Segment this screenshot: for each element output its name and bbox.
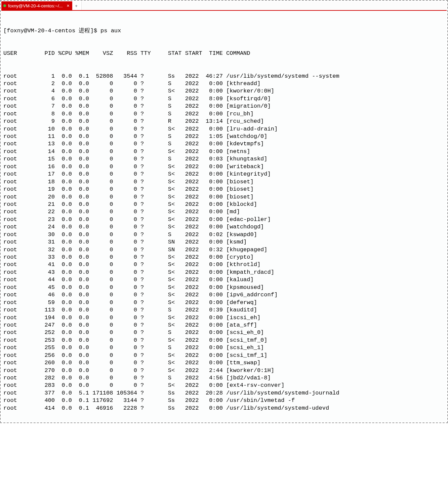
process-row: root 10 0.0 0.0 0 0 ? S< 2022 0:00 [lru-… — [3, 125, 445, 133]
new-tab-button[interactable]: + — [72, 1, 82, 10]
terminal-output[interactable]: [foxny@VM-20-4-centos 进程]$ ps aux USER P… — [1, 11, 447, 422]
process-row: root 17 0.0 0.0 0 0 ? S< 2022 0:00 [kint… — [3, 171, 445, 178]
process-row: root 41 0.0 0.0 0 0 ? S< 2022 0:00 [kthr… — [3, 261, 445, 268]
process-row: root 13 0.0 0.0 0 0 ? S 2022 0:00 [kdevt… — [3, 140, 445, 148]
process-row: root 1 0.0 0.1 52808 3544 ? Ss 2022 46:2… — [3, 73, 445, 80]
process-row: root 283 0.0 0.0 0 0 ? S< 2022 0:00 [ext… — [3, 382, 445, 389]
process-row: root 21 0.0 0.0 0 0 ? S< 2022 0:00 [kblo… — [3, 201, 445, 208]
prompt-line: [foxny@VM-20-4-centos 进程]$ ps aux — [3, 27, 445, 35]
process-row: root 15 0.0 0.0 0 0 ? S 2022 0:03 [khung… — [3, 155, 445, 163]
process-row: root 16 0.0 0.0 0 0 ? S< 2022 0:00 [writ… — [3, 163, 445, 171]
process-row: root 260 0.0 0.0 0 0 ? S< 2022 0:00 [ttm… — [3, 359, 445, 367]
process-row: root 194 0.0 0.0 0 0 ? S< 2022 0:00 [isc… — [3, 314, 445, 322]
process-row: root 11 0.0 0.0 0 0 ? S 2022 1:05 [watch… — [3, 133, 445, 140]
process-row: root 45 0.0 0.0 0 0 ? S< 2022 0:00 [kpsm… — [3, 284, 445, 291]
close-icon[interactable]: × — [67, 3, 69, 8]
process-row: root 8 0.0 0.0 0 0 ? S 2022 0:00 [rcu_bh… — [3, 110, 445, 118]
process-row: root 44 0.0 0.0 0 0 ? S< 2022 0:00 [kalu… — [3, 276, 445, 284]
process-row: root 19 0.0 0.0 0 0 ? S< 2022 0:00 [bios… — [3, 186, 445, 193]
process-row: root 18 0.0 0.0 0 0 ? S< 2022 0:00 [bios… — [3, 178, 445, 186]
process-row: root 253 0.0 0.0 0 0 ? S< 2022 0:00 [scs… — [3, 337, 445, 344]
process-row: root 2 0.0 0.0 0 0 ? S 2022 0:00 [kthrea… — [3, 80, 445, 87]
prompt: [foxny@VM-20-4-centos 进程]$ — [3, 28, 100, 34]
tab-active[interactable]: foxny@VM-20-4-centos:~/... × — [1, 1, 72, 10]
process-row: root 22 0.0 0.0 0 0 ? S< 2022 0:00 [md] — [3, 208, 445, 216]
process-row: root 282 0.0 0.0 0 0 ? S 2022 4:56 [jbd2… — [3, 374, 445, 382]
ps-body: root 1 0.0 0.1 52808 3544 ? Ss 2022 46:2… — [3, 73, 445, 412]
process-row: root 113 0.0 0.0 0 0 ? S 2022 0:39 [kaud… — [3, 306, 445, 314]
process-row: root 270 0.0 0.0 0 0 ? S< 2022 2:44 [kwo… — [3, 367, 445, 374]
ps-header-row: USER PID %CPU %MEM VSZ RSS TTY STAT STAR… — [3, 50, 445, 57]
process-row: root 247 0.0 0.0 0 0 ? S< 2022 0:00 [ata… — [3, 322, 445, 329]
process-row: root 9 0.0 0.0 0 0 ? R 2022 13:14 [rcu_s… — [3, 118, 445, 125]
process-row: root 255 0.0 0.0 0 0 ? S 2022 0:00 [scsi… — [3, 344, 445, 351]
process-row: root 59 0.0 0.0 0 0 ? S< 2022 0:00 [defe… — [3, 299, 445, 306]
tab-title: foxny@VM-20-4-centos:~/... — [8, 3, 63, 8]
process-row: root 14 0.0 0.0 0 0 ? S< 2022 0:00 [netn… — [3, 148, 445, 155]
process-row: root 252 0.0 0.0 0 0 ? S 2022 0:00 [scsi… — [3, 329, 445, 336]
process-row: root 4 0.0 0.0 0 0 ? S< 2022 0:00 [kwork… — [3, 87, 445, 95]
process-row: root 6 0.0 0.0 0 0 ? S 2022 8:09 [ksofti… — [3, 95, 445, 103]
process-row: root 32 0.0 0.0 0 0 ? SN 2022 0:32 [khug… — [3, 246, 445, 254]
status-dot-icon — [3, 4, 6, 7]
process-row: root 24 0.0 0.0 0 0 ? S< 2022 0:00 [watc… — [3, 223, 445, 231]
process-row: root 46 0.0 0.0 0 0 ? S< 2022 0:00 [ipv6… — [3, 291, 445, 299]
command: ps aux — [100, 28, 121, 34]
process-row: root 33 0.0 0.0 0 0 ? S< 2022 0:00 [cryp… — [3, 254, 445, 261]
process-row: root 20 0.0 0.0 0 0 ? S< 2022 0:00 [bios… — [3, 193, 445, 201]
tab-bar: foxny@VM-20-4-centos:~/... × + — [1, 1, 447, 11]
process-row: root 256 0.0 0.0 0 0 ? S< 2022 0:00 [scs… — [3, 352, 445, 359]
process-row: root 43 0.0 0.0 0 0 ? S< 2022 0:00 [kmpa… — [3, 269, 445, 276]
plus-icon: + — [75, 3, 78, 8]
process-row: root 31 0.0 0.0 0 0 ? SN 2022 0:00 [ksmd… — [3, 238, 445, 246]
process-row: root 23 0.0 0.0 0 0 ? S< 2022 0:00 [edac… — [3, 216, 445, 223]
process-row: root 400 0.0 0.1 117692 3144 ? Ss 2022 0… — [3, 397, 445, 404]
process-row: root 377 0.0 5.1 171108 105364 ? Ss 2022… — [3, 389, 445, 397]
process-row: root 414 0.0 0.1 46916 2228 ? Ss 2022 0:… — [3, 405, 445, 412]
process-row: root 7 0.0 0.0 0 0 ? S 2022 0:00 [migrat… — [3, 103, 445, 110]
process-row: root 30 0.0 0.0 0 0 ? S 2022 0:02 [kswap… — [3, 231, 445, 238]
